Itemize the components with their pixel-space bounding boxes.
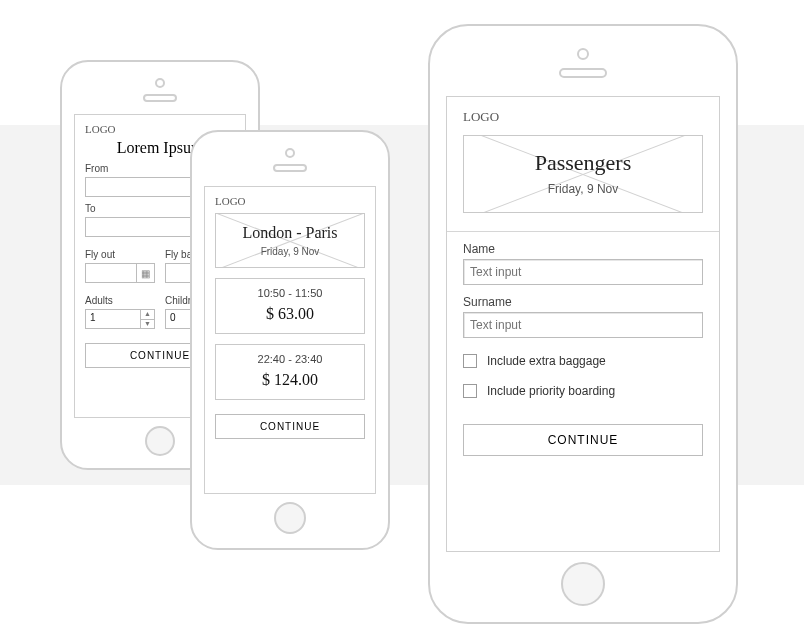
- phone-frame-2: LOGO London - Paris Friday, 9 Nov 10:50 …: [190, 130, 390, 550]
- phone-speaker: [143, 94, 177, 102]
- flight-card[interactable]: 22:40 - 23:40 $ 124.00: [215, 344, 365, 400]
- baggage-label: Include extra baggage: [487, 354, 606, 368]
- header-box: London - Paris Friday, 9 Nov: [215, 213, 365, 268]
- page-date: Friday, 9 Nov: [470, 182, 696, 196]
- home-button[interactable]: [274, 502, 306, 534]
- continue-button[interactable]: CONTINUE: [215, 414, 365, 439]
- divider: [447, 231, 719, 232]
- phone-frame-3: LOGO Passengers Friday, 9 Nov Name Surna…: [428, 24, 738, 624]
- home-button[interactable]: [145, 426, 175, 456]
- surname-label: Surname: [463, 295, 703, 309]
- name-label: Name: [463, 242, 703, 256]
- phone-camera: [577, 48, 589, 60]
- screen-flights: LOGO London - Paris Friday, 9 Nov 10:50 …: [204, 186, 376, 494]
- phone-speaker: [273, 164, 307, 172]
- surname-input[interactable]: [463, 312, 703, 338]
- priority-label: Include priority boarding: [487, 384, 615, 398]
- page-title: Passengers: [470, 150, 696, 176]
- baggage-option[interactable]: Include extra baggage: [463, 354, 703, 368]
- flight-time: 10:50 - 11:50: [220, 287, 360, 299]
- checkbox-icon: [463, 354, 477, 368]
- home-button[interactable]: [561, 562, 605, 606]
- screen-passengers: LOGO Passengers Friday, 9 Nov Name Surna…: [446, 96, 720, 552]
- logo-text: LOGO: [215, 195, 365, 207]
- flyout-label: Fly out: [85, 249, 155, 260]
- phone-camera: [285, 148, 295, 158]
- flight-card[interactable]: 10:50 - 11:50 $ 63.00: [215, 278, 365, 334]
- route-date: Friday, 9 Nov: [222, 246, 358, 257]
- phone-camera: [155, 78, 165, 88]
- adults-stepper[interactable]: 1 ▲▼: [85, 309, 155, 329]
- adults-value: 1: [86, 310, 140, 328]
- flight-price: $ 124.00: [220, 371, 360, 389]
- route-title: London - Paris: [222, 224, 358, 242]
- flight-price: $ 63.00: [220, 305, 360, 323]
- flyout-date[interactable]: ▦: [85, 263, 155, 283]
- calendar-icon: ▦: [136, 264, 154, 282]
- name-input[interactable]: [463, 259, 703, 285]
- header-box: Passengers Friday, 9 Nov: [463, 135, 703, 213]
- checkbox-icon: [463, 384, 477, 398]
- priority-option[interactable]: Include priority boarding: [463, 384, 703, 398]
- flight-time: 22:40 - 23:40: [220, 353, 360, 365]
- phone-speaker: [559, 68, 607, 78]
- continue-button[interactable]: CONTINUE: [463, 424, 703, 456]
- adults-label: Adults: [85, 295, 155, 306]
- logo-text: LOGO: [463, 109, 703, 125]
